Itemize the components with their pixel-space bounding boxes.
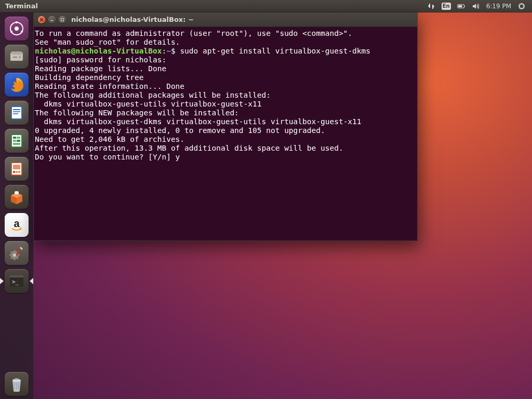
session-indicator[interactable] xyxy=(514,0,529,12)
terminal-title: nicholas@nicholas-VirtualBox: ~ xyxy=(71,16,194,23)
launcher-active-indicator-icon xyxy=(0,278,4,284)
window-minimize-button[interactable] xyxy=(48,16,56,23)
files-icon xyxy=(5,45,29,69)
launcher-dash[interactable] xyxy=(4,16,30,42)
launcher-amazon[interactable]: a xyxy=(4,212,30,238)
amazon-icon: a xyxy=(5,213,29,237)
battery-indicator[interactable] xyxy=(454,0,469,12)
menubar-app-label: Terminal xyxy=(0,2,38,10)
svg-point-8 xyxy=(16,21,18,23)
svg-rect-16 xyxy=(11,107,22,119)
terminal-line: Reading package lists... Done xyxy=(35,64,416,73)
network-indicator[interactable] xyxy=(424,0,438,12)
launcher: a >_ xyxy=(0,12,33,399)
svg-text:a: a xyxy=(14,218,20,229)
svg-point-37 xyxy=(13,254,16,257)
terminal-line: Reading state information... Done xyxy=(35,82,416,91)
svg-rect-31 xyxy=(13,171,15,173)
svg-rect-44 xyxy=(61,18,64,21)
launcher-software[interactable] xyxy=(4,184,30,210)
svg-text:>_: >_ xyxy=(12,278,19,285)
svg-rect-19 xyxy=(13,111,20,112)
svg-rect-25 xyxy=(13,140,16,142)
svg-rect-30 xyxy=(13,165,20,169)
svg-rect-1 xyxy=(432,5,433,9)
terminal-line: Do you want to continue? [Y/n] y xyxy=(35,153,416,162)
svg-rect-32 xyxy=(16,171,18,173)
svg-rect-3 xyxy=(464,5,464,7)
terminal-line: Building dependency tree xyxy=(35,73,416,82)
trash-icon xyxy=(5,372,29,396)
svg-rect-26 xyxy=(17,140,20,142)
svg-point-10 xyxy=(10,31,12,33)
window-close-button[interactable] xyxy=(38,16,45,23)
terminal-line: To run a command as administrator (user … xyxy=(35,29,416,38)
svg-point-14 xyxy=(19,57,21,58)
launcher-writer[interactable] xyxy=(4,100,30,126)
terminal-line: 0 upgraded, 4 newly installed, 0 to remo… xyxy=(35,126,416,135)
launcher-terminal[interactable]: >_ xyxy=(4,268,30,294)
terminal-line: The following NEW packages will be insta… xyxy=(35,109,416,117)
svg-point-7 xyxy=(15,26,19,31)
terminal-titlebar[interactable]: nicholas@nicholas-VirtualBox: ~ xyxy=(34,12,417,27)
terminal-line: Need to get 2,046 kB of archives. xyxy=(35,135,416,144)
launcher-impress[interactable] xyxy=(4,156,30,182)
svg-rect-23 xyxy=(13,137,16,139)
terminal-line: The following additional packages will b… xyxy=(35,91,416,100)
terminal-line: After this operation, 13.3 MB of additio… xyxy=(35,144,416,153)
impress-icon xyxy=(5,157,29,181)
terminal-line: dkms virtualbox-guest-utils virtualbox-g… xyxy=(35,100,416,109)
terminal-line: nicholas@nicholas-VirtualBox:~$ sudo apt… xyxy=(35,47,416,56)
svg-rect-0 xyxy=(429,4,430,8)
terminal-line: See "man sudo_root" for details. xyxy=(35,38,416,47)
launcher-calc[interactable] xyxy=(4,128,30,154)
launcher-firefox[interactable] xyxy=(4,72,30,98)
settings-icon xyxy=(5,241,29,265)
lang-badge: En xyxy=(442,3,451,10)
svg-rect-18 xyxy=(13,109,20,110)
top-menubar: Terminal En 6:19 PM xyxy=(0,0,532,12)
terminal-window: nicholas@nicholas-VirtualBox: ~ To run a… xyxy=(33,12,418,241)
terminal-line: [sudo] password for nicholas: xyxy=(35,56,416,64)
svg-rect-13 xyxy=(13,57,17,58)
firefox-icon xyxy=(5,73,29,97)
svg-rect-27 xyxy=(13,143,20,145)
terminal-icon: >_ xyxy=(5,269,29,293)
calc-icon xyxy=(5,129,29,153)
svg-rect-20 xyxy=(13,113,18,114)
window-maximize-button[interactable] xyxy=(59,16,66,23)
launcher-trash[interactable] xyxy=(4,373,30,399)
svg-point-9 xyxy=(21,31,23,33)
launcher-files[interactable] xyxy=(4,44,30,70)
terminal-line: dkms virtualbox-guest-dkms virtualbox-gu… xyxy=(35,117,416,126)
svg-rect-24 xyxy=(17,137,20,139)
software-icon xyxy=(5,185,29,209)
svg-rect-4 xyxy=(458,5,462,7)
terminal-body[interactable]: To run a command as administrator (user … xyxy=(34,27,417,241)
writer-icon xyxy=(5,101,29,125)
dash-icon xyxy=(5,17,29,41)
launcher-focus-indicator-icon xyxy=(30,278,33,284)
volume-indicator[interactable] xyxy=(469,0,483,12)
svg-rect-12 xyxy=(11,51,22,55)
keyboard-indicator[interactable]: En xyxy=(438,0,454,12)
svg-rect-34 xyxy=(15,191,19,194)
svg-rect-40 xyxy=(10,275,23,277)
clock[interactable]: 6:19 PM xyxy=(483,3,514,10)
svg-rect-43 xyxy=(15,378,19,380)
svg-rect-33 xyxy=(18,171,20,173)
launcher-settings[interactable] xyxy=(4,240,30,266)
